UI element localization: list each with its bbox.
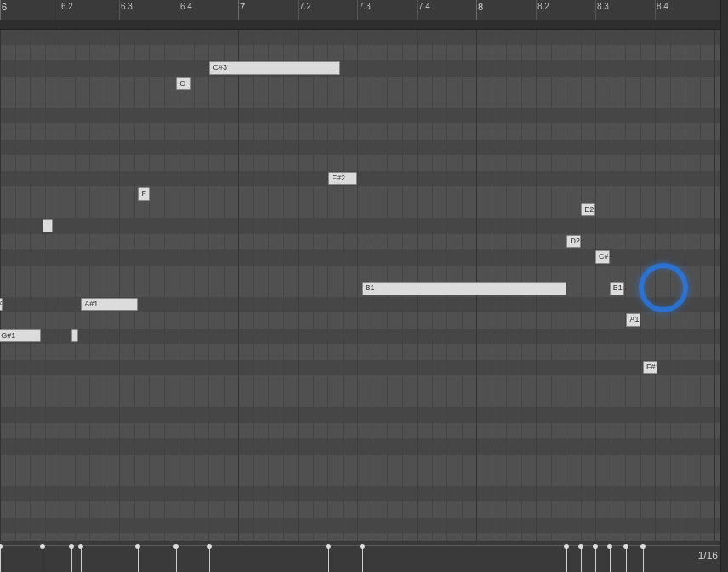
ruler-tick <box>655 0 656 20</box>
grid-line <box>194 29 195 541</box>
midi-note[interactable]: G#1 <box>0 329 41 343</box>
grid-line <box>30 29 31 541</box>
velocity-stem[interactable] <box>595 546 596 572</box>
midi-note[interactable]: C#2 <box>595 250 610 264</box>
velocity-stem[interactable] <box>43 546 43 572</box>
ruler-label: 8.4 <box>657 2 668 11</box>
velocity-stem[interactable] <box>71 546 72 572</box>
velocity-lane[interactable]: 1/16 <box>0 541 721 572</box>
midi-note[interactable]: B1 <box>362 282 567 295</box>
midi-note[interactable]: F <box>138 187 150 201</box>
grid-line <box>149 29 150 541</box>
velocity-handle[interactable] <box>640 544 646 549</box>
midi-note[interactable] <box>71 329 78 343</box>
midi-note[interactable]: A#1 <box>81 298 138 312</box>
piano-roll-row <box>0 45 721 61</box>
grid-line <box>625 29 626 541</box>
velocity-handle[interactable] <box>0 544 3 549</box>
grid-line <box>313 29 314 541</box>
piano-roll-row <box>0 438 721 455</box>
grid-line <box>595 29 596 541</box>
ruler-tick <box>60 0 60 20</box>
grid-line <box>75 29 76 541</box>
velocity-stem[interactable] <box>566 546 567 572</box>
grid-line <box>581 29 582 541</box>
grid-line <box>640 29 641 541</box>
piano-roll-row <box>0 60 721 77</box>
ruler-tick <box>476 0 477 20</box>
velocity-stem[interactable] <box>643 546 644 572</box>
piano-roll-row <box>0 392 721 408</box>
piano-roll-row <box>0 140 721 156</box>
ruler-tick <box>357 0 358 20</box>
velocity-handle[interactable] <box>360 544 365 549</box>
grid-line <box>238 29 239 541</box>
piano-roll-row <box>0 123 721 140</box>
velocity-handle[interactable] <box>78 544 83 549</box>
ruler-tick <box>179 0 179 20</box>
timeline-ruler[interactable]: 66.26.36.477.27.37.488.28.38.4 <box>0 0 721 21</box>
piano-roll-row <box>0 518 721 534</box>
grid-line <box>0 29 1 541</box>
velocity-handle[interactable] <box>578 544 583 549</box>
ruler-label: 7.2 <box>299 2 311 11</box>
ruler-tick <box>238 0 239 20</box>
velocity-stem[interactable] <box>626 546 627 572</box>
ruler-label: 8.2 <box>537 2 549 11</box>
grid-line <box>89 29 90 541</box>
velocity-handle[interactable] <box>607 544 612 549</box>
ruler-ticks: 66.26.36.477.27.37.488.28.38.4 <box>0 0 721 20</box>
velocity-handle[interactable] <box>40 544 45 549</box>
grid-line <box>714 29 715 541</box>
piano-roll-grid[interactable]: C#3CF#2FE2D2C#2B1B1A#1A#1A1G#1F#1 <box>0 29 721 541</box>
velocity-stem[interactable] <box>81 546 82 572</box>
midi-note[interactable]: B1 <box>610 282 624 295</box>
piano-roll-row <box>0 218 721 234</box>
velocity-handle[interactable] <box>207 544 212 549</box>
velocity-handle[interactable] <box>173 544 179 549</box>
velocity-handle[interactable] <box>69 544 74 549</box>
velocity-handle[interactable] <box>326 544 331 549</box>
midi-note[interactable]: F#2 <box>328 172 357 186</box>
velocity-stem[interactable] <box>0 546 1 572</box>
grid-line <box>268 29 269 541</box>
velocity-handle[interactable] <box>564 544 569 549</box>
grid-line <box>253 29 254 541</box>
velocity-stem[interactable] <box>176 546 177 572</box>
piano-roll-row <box>0 92 721 108</box>
timeline-ruler-secondary[interactable] <box>0 20 721 30</box>
midi-note[interactable]: A1 <box>626 313 640 327</box>
ruler-tick <box>119 0 120 20</box>
velocity-handle[interactable] <box>135 544 140 549</box>
velocity-stem[interactable] <box>610 546 611 572</box>
grid-line <box>685 29 685 541</box>
midi-note[interactable] <box>43 219 52 232</box>
velocity-stem[interactable] <box>581 546 582 572</box>
grid-line <box>655 29 656 541</box>
velocity-stem[interactable] <box>209 546 210 572</box>
velocity-stem[interactable] <box>328 546 329 572</box>
piano-roll-row <box>0 234 721 250</box>
midi-note[interactable]: C <box>176 77 191 91</box>
velocity-stem[interactable] <box>362 546 363 572</box>
midi-note[interactable]: C#3 <box>209 61 340 75</box>
piano-roll-row <box>0 423 721 439</box>
piano-roll-row <box>0 344 721 360</box>
grid-line <box>357 29 358 541</box>
midi-note[interactable]: E2 <box>581 203 595 217</box>
midi-note[interactable]: A#1 <box>0 298 3 312</box>
vertical-scrollbar[interactable] <box>720 0 728 572</box>
grid-line <box>700 29 701 541</box>
ruler-label: 7.3 <box>359 2 371 11</box>
midi-note[interactable]: D2 <box>566 235 581 249</box>
piano-roll-row <box>0 455 721 471</box>
velocity-handle[interactable] <box>593 544 598 549</box>
piano-roll-row <box>0 249 721 266</box>
piano-roll-row <box>0 312 721 329</box>
midi-note[interactable]: F#1 <box>643 361 657 375</box>
velocity-stem[interactable] <box>138 546 139 572</box>
velocity-handle[interactable] <box>623 544 628 549</box>
grid-line <box>208 29 209 541</box>
grid-line <box>105 29 105 541</box>
ruler-tick <box>595 0 596 20</box>
